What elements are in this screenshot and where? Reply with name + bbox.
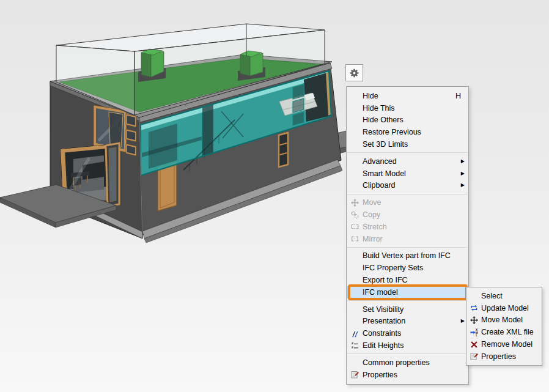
- window-narrow: [279, 133, 288, 167]
- properties-icon: [350, 370, 359, 379]
- menu-item-mirror[interactable]: Mirror: [347, 233, 468, 245]
- menu-item-advanced[interactable]: Advanced ▶: [347, 155, 468, 168]
- menu-item-hide-others[interactable]: Hide Others: [347, 114, 468, 127]
- copy-icon: [350, 210, 359, 220]
- menu-item-hide[interactable]: Hide H: [347, 90, 468, 102]
- window-stack: [126, 114, 136, 156]
- move-icon: [350, 198, 359, 207]
- remove-model-icon: [470, 340, 479, 349]
- menu-item-common-properties[interactable]: Common properties: [347, 357, 468, 369]
- menu-item-copy[interactable]: Copy: [347, 209, 468, 221]
- submenu-item-properties[interactable]: Properties: [466, 350, 542, 363]
- settings-gear-button[interactable]: [345, 64, 363, 81]
- chevron-right-icon: ▶: [461, 171, 468, 176]
- menu-item-smart-model[interactable]: Smart Model ▶: [347, 168, 468, 180]
- shortcut-key: H: [455, 92, 468, 100]
- menu-item-edit-heights[interactable]: Edit Heights: [347, 339, 468, 352]
- context-menu: Hide H Hide This Hide Others Restore Pre…: [346, 86, 469, 385]
- menu-separator: [347, 247, 468, 248]
- menu-item-ifc-model[interactable]: IFC model: [347, 286, 468, 298]
- menu-separator: [347, 300, 468, 301]
- menu-item-move[interactable]: Move: [347, 196, 468, 209]
- menu-item-restore-previous[interactable]: Restore Previous: [347, 126, 468, 138]
- submenu-item-move-model[interactable]: Move Model: [466, 314, 542, 327]
- menu-item-set-visibility[interactable]: Set Visibility: [347, 303, 468, 316]
- create-xml-icon: X M L: [470, 328, 479, 337]
- svg-text:L: L: [476, 334, 477, 337]
- mirror-icon: [350, 234, 359, 243]
- submenu-item-create-xml-file[interactable]: X M L Create XML file: [466, 326, 542, 338]
- menu-separator: [347, 353, 468, 354]
- menu-item-properties[interactable]: Properties: [347, 369, 468, 381]
- menu-item-presentation[interactable]: Presentation ▶: [347, 316, 468, 328]
- menu-item-clipboard[interactable]: Clipboard ▶: [347, 180, 468, 192]
- chevron-right-icon: ▶: [461, 159, 468, 164]
- update-model-icon: [470, 303, 479, 312]
- ifc-model-submenu: Select Update Model Move Model X M: [466, 287, 542, 366]
- terrace-door: [106, 143, 119, 206]
- menu-separator: [347, 152, 468, 153]
- constraints-icon: [350, 329, 359, 338]
- menu-item-set-3d-limits[interactable]: Set 3D Limits: [347, 138, 468, 150]
- menu-item-constraints[interactable]: Constraints: [347, 327, 468, 339]
- submenu-item-remove-model[interactable]: Remove Model: [466, 338, 542, 350]
- menu-item-hide-this[interactable]: Hide This: [347, 102, 468, 114]
- stretch-icon: [350, 222, 359, 231]
- menu-item-build-vertex-part-from-ifc[interactable]: Build Vertex part from IFC: [347, 250, 468, 262]
- menu-item-stretch[interactable]: Stretch: [347, 221, 468, 233]
- edit-heights-icon: [350, 341, 359, 350]
- move-model-icon: [470, 316, 479, 325]
- gear-icon: [350, 68, 359, 78]
- submenu-item-update-model[interactable]: Update Model: [466, 302, 542, 314]
- menu-item-export-to-ifc[interactable]: Export to IFC: [347, 274, 468, 286]
- chevron-right-icon: ▶: [461, 183, 468, 188]
- submenu-item-select[interactable]: Select: [466, 290, 542, 302]
- menu-separator: [347, 194, 468, 194]
- menu-item-ifc-property-sets[interactable]: IFC Property Sets: [347, 262, 468, 274]
- properties-icon: [470, 352, 479, 361]
